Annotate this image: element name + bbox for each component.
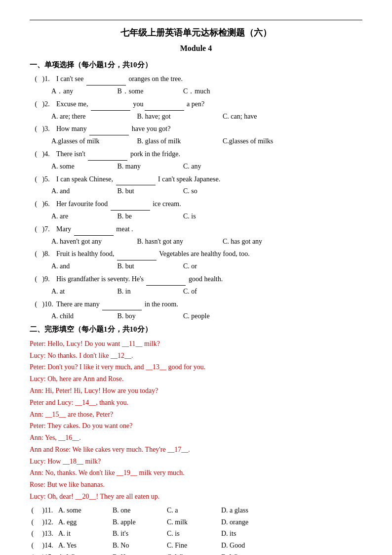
fill-line-8: Peter: They cakes. Do you want one? <box>30 420 362 432</box>
f15-b: B. How <box>113 552 167 555</box>
q7-opt-b: B. hasn't got any <box>137 236 221 248</box>
fill-line-3: Peter: Don't you? I like it very much, a… <box>30 361 362 373</box>
q3-num: )3. <box>40 123 56 135</box>
q5-paren: ( <box>30 173 40 185</box>
q6-opt-c: C. is <box>183 211 247 222</box>
q6-paren: ( <box>30 198 40 210</box>
q10-opt-a: A. child <box>51 310 116 322</box>
q9-opt-c: C. of <box>183 286 247 298</box>
q10-text: There are many in the room. <box>56 299 178 311</box>
q10-paren: ( <box>30 299 40 310</box>
page-title: 七年级上册英语单元达标检测题（六） <box>30 25 362 41</box>
question-3: ( )3. How many have you got? A.glasses o… <box>30 123 362 147</box>
q10-options: A. child B. boy C. people <box>51 310 362 322</box>
f11-d: D. a glass <box>221 505 275 516</box>
question-2: ( )2. Excuse me, you a pen? A. are; ther… <box>30 98 362 123</box>
q2-num: )2. <box>40 98 56 110</box>
q9-opt-b: B. in <box>118 286 182 298</box>
q8-paren: ( <box>30 248 40 260</box>
fill-line-13: Rose: But we like bananas. <box>30 479 362 491</box>
q4-num: )4. <box>40 148 56 160</box>
question-10: ( )10. There are many in the room. A. ch… <box>30 299 362 323</box>
q5-opt-b: B. but <box>118 185 182 197</box>
q9-options: A. at B. in C. of <box>51 286 362 298</box>
f12-b: B. apple <box>113 516 167 528</box>
section1-header: 一、单项选择（每小题1分，共10分） <box>30 59 362 72</box>
q3-paren: ( <box>30 123 40 135</box>
q8-options: A. and B. but C. or <box>51 260 362 272</box>
fill-line-1: Peter: Hello, Lucy! Do you want __11__ m… <box>30 338 362 350</box>
q1-opt-a: A．any <box>51 85 116 97</box>
q5-opt-c: C. so <box>183 185 247 197</box>
q5-options: A. and B. but C. so <box>51 185 362 197</box>
q10-num: )10. <box>40 299 56 310</box>
q2-options: A. are; there B. have; got C. can; have <box>51 111 362 123</box>
q2-paren: ( <box>30 98 40 110</box>
q9-num: )9. <box>40 273 56 285</box>
f12-c: C. milk <box>167 516 221 528</box>
section2-header: 二、完形填空（每小题1分，共10分） <box>30 323 362 336</box>
f14-b: B. No <box>113 540 167 552</box>
f11-a: A. some <box>58 505 113 516</box>
fill-opt-row-11: ( )11. A. some B. one C. a D. a glass <box>30 505 362 516</box>
question-6: ( )6. Her favourite food ice cream. A. a… <box>30 198 362 222</box>
q2-text: Excuse me, you a pen? <box>56 98 204 111</box>
q6-num: )6. <box>40 198 56 210</box>
q1-text: I can't see oranges on the tree. <box>56 73 183 85</box>
fill-line-11: Lucy: How __18__ milk? <box>30 456 362 468</box>
q7-options: A. haven't got any B. hasn't got any C. … <box>51 236 362 248</box>
fill-line-9: Ann: Yes, __16__. <box>30 432 362 444</box>
q7-opt-c: C. has got any <box>223 236 307 248</box>
q3-text: How many have you got? <box>56 123 170 135</box>
q1-opt-c: C．much <box>183 85 247 97</box>
q2-opt-b: B. have; got <box>137 111 221 123</box>
q9-text: His grandfather is seventy. He's good he… <box>56 273 223 286</box>
q4-text: There isn't pork in the fridge. <box>56 148 180 161</box>
question-1: ( )1. I can't see oranges on the tree. A… <box>30 73 362 97</box>
question-7: ( )7. Mary meat . A. haven't got any B. … <box>30 223 362 248</box>
fill-line-10: Ann and Rose: We like cakes very much. T… <box>30 444 362 456</box>
fill-line-14: Lucy: Oh, dear! __20__! They are all eat… <box>30 491 362 503</box>
fill-opt-row-13: ( )13. A. it B. it's C. is D. its <box>30 528 362 540</box>
q3-opt-b: B. glass of milk <box>137 135 221 147</box>
q6-text: Her favourite food ice cream. <box>56 198 181 211</box>
top-border <box>30 20 362 20</box>
f13-b: B. it's <box>113 528 167 540</box>
q2-opt-c: C. can; have <box>223 111 307 123</box>
q2-opt-a: A. are; there <box>51 111 135 123</box>
q7-paren: ( <box>30 223 40 235</box>
q1-paren: ( <box>30 73 40 85</box>
q1-num: )1. <box>40 73 56 85</box>
question-4: ( )4. There isn't pork in the fridge. A.… <box>30 148 362 172</box>
q10-opt-c: C. people <box>183 310 247 322</box>
q7-text: Mary meat . <box>56 223 133 236</box>
q8-text: Fruit is healthy food, Vegetables are he… <box>56 248 250 260</box>
q7-opt-a: A. haven't got any <box>51 236 135 248</box>
q6-opt-a: A. are <box>51 211 116 222</box>
q4-options: A. some B. many C. any <box>51 161 362 172</box>
q9-opt-a: A. at <box>51 286 116 298</box>
q8-num: )8. <box>40 248 56 260</box>
question-9: ( )9. His grandfather is seventy. He's g… <box>30 273 362 298</box>
q4-opt-c: C. any <box>183 161 247 172</box>
fill-line-2: Lucy: No thanks. I don't like __12__. <box>30 350 362 362</box>
q6-opt-b: B. be <box>118 211 182 222</box>
fill-opt-row-15: ( )15. A. Where B. How C. Whose D. What <box>30 552 362 555</box>
f13-c: C. is <box>167 528 221 540</box>
f14-a: A. Yes <box>58 540 113 552</box>
q4-paren: ( <box>30 148 40 160</box>
fill-line-5: Ann: Hi, Peter! Hi, Lucy! How are you to… <box>30 385 362 397</box>
f15-c: C. Whose <box>167 552 221 555</box>
fill-opt-row-14: ( )14. A. Yes B. No C. Fine D. Good <box>30 540 362 552</box>
fill-line-12: Ann: No, thanks. We don't like __19__ mi… <box>30 467 362 479</box>
question-8: ( )8. Fruit is healthy food, Vegetables … <box>30 248 362 272</box>
f11-b: B. one <box>113 505 167 516</box>
q10-opt-b: B. boy <box>118 310 182 322</box>
fill-line-6: Peter and Lucy: __14__, thank you. <box>30 397 362 409</box>
q5-text: I can speak Chinese, I can't speak Japan… <box>56 173 220 186</box>
f15-d: D. What <box>221 552 275 555</box>
f14-c: C. Fine <box>167 540 221 552</box>
q1-opt-b: B．some <box>118 85 182 97</box>
q8-opt-b: B. but <box>118 260 182 272</box>
q5-num: )5. <box>40 173 56 185</box>
